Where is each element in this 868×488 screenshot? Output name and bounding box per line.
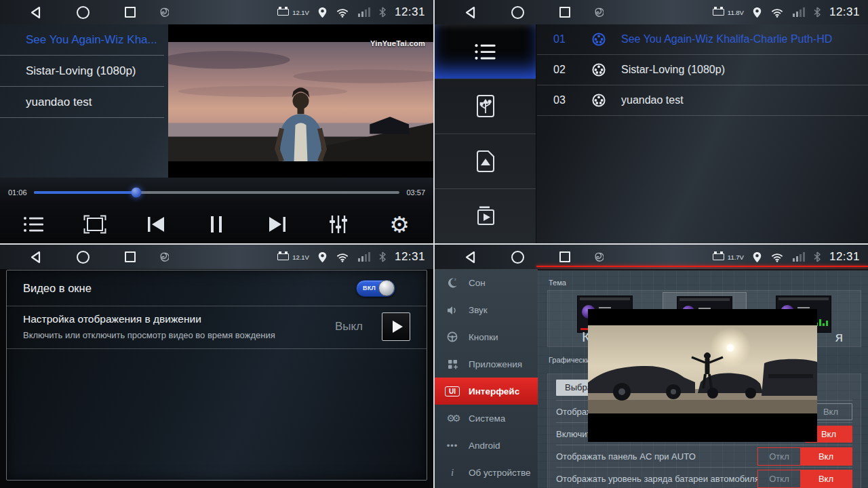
battery-voltage: 12.1V <box>292 9 309 16</box>
sidebar-item-sound[interactable]: Звук <box>435 296 538 323</box>
next-button[interactable] <box>264 211 291 238</box>
setting-row-video-in-window[interactable]: Видео в окне ВКЛ <box>7 270 427 306</box>
total-time: 03:57 <box>406 188 425 197</box>
track-row[interactable]: 02 Sistar-Loving (1080p) <box>537 55 868 85</box>
video-frame <box>588 325 817 413</box>
video-in-window-toggle[interactable]: ВКЛ <box>356 280 395 297</box>
wifi-icon <box>336 252 349 262</box>
battery-icon <box>713 9 724 16</box>
track-list: 01 See You Again-Wiz Khalifa-Charlie Put… <box>537 24 868 116</box>
track-number: 02 <box>553 64 576 76</box>
tab-usb[interactable] <box>435 79 536 134</box>
elapsed-time: 01:06 <box>8 188 27 197</box>
playlist-icon <box>474 43 497 61</box>
tab-video-library[interactable] <box>435 189 536 243</box>
sidebar-item-apps[interactable]: Приложения <box>435 350 538 378</box>
settings-panel: Видео в окне ВКЛ Настройка отображения в… <box>6 270 427 481</box>
status-bar: 12.1V 12:31 <box>0 245 433 269</box>
floating-video-window[interactable] <box>588 309 817 442</box>
video-frame <box>168 42 433 161</box>
option-row-car-battery[interactable]: Отображать уровень заряда батареи автомо… <box>556 467 852 488</box>
track-row[interactable]: 01 See You Again-Wiz Khalifa-Charlie Put… <box>537 24 868 55</box>
sidebar-item-interface[interactable]: UI Интерфейс <box>435 378 538 405</box>
screen-mirror-icon <box>159 7 169 18</box>
sidebar-label: Сон <box>469 278 486 288</box>
home-button[interactable] <box>77 6 90 19</box>
back-button[interactable] <box>30 251 41 264</box>
sidebar-label: Приложения <box>469 359 522 369</box>
speaker-icon <box>445 304 460 314</box>
sidebar-item-about[interactable]: i Об устройстве <box>435 459 538 486</box>
battery-voltage: 11.7V <box>728 253 744 261</box>
battery-icon <box>277 9 289 16</box>
home-button[interactable] <box>511 251 524 264</box>
accent-divider <box>536 266 868 267</box>
on-button[interactable]: Вкл <box>800 448 852 465</box>
recents-button[interactable] <box>559 251 570 262</box>
quad-media-list: 11.8V 12:31 <box>435 0 868 243</box>
video-surface[interactable]: YinYueTai.com <box>168 24 433 178</box>
off-button[interactable]: Откл <box>758 448 800 465</box>
tab-playlist[interactable] <box>435 24 536 79</box>
sidebar-label: Интерфейс <box>469 386 519 396</box>
option-row-ac-panel[interactable]: Отображать панель AC при AUTO Откл Вкл <box>556 445 852 467</box>
previous-button[interactable] <box>142 211 170 238</box>
playlist-item[interactable]: yuandao test <box>0 87 164 118</box>
expand-play-button[interactable] <box>382 312 410 341</box>
dots-icon: ••• <box>445 441 460 451</box>
home-button[interactable] <box>511 6 524 19</box>
playlist-item[interactable]: Sistar-Loving (1080p) <box>0 56 164 87</box>
screen-mirror-icon <box>593 252 604 262</box>
back-button[interactable] <box>465 251 476 264</box>
recents-button[interactable] <box>559 7 570 18</box>
sidebar-label: Система <box>469 413 505 424</box>
off-button[interactable]: Откл <box>758 470 800 487</box>
sidebar-item-android[interactable]: ••• Android <box>435 432 538 459</box>
screen-mirror-icon <box>159 252 169 262</box>
settings-button[interactable]: ⚙ <box>386 211 413 238</box>
back-button[interactable] <box>465 6 476 19</box>
clock: 12:31 <box>829 250 860 264</box>
setting-row-motion-display[interactable]: Настройка отображения в движении Включит… <box>7 306 427 349</box>
equalizer-button[interactable] <box>325 211 352 238</box>
battery-voltage: 12.1V <box>292 253 309 261</box>
apps-icon <box>445 359 460 369</box>
usb-icon <box>473 94 498 119</box>
on-button[interactable]: Вкл <box>800 470 852 487</box>
clock: 12:31 <box>395 250 425 264</box>
playlist: See You Again-Wiz Kha... Sistar-Loving (… <box>0 24 168 118</box>
recents-button[interactable] <box>125 251 136 262</box>
bluetooth-icon <box>379 7 386 18</box>
on-off-toggle: Откл Вкл <box>757 470 852 488</box>
seek-bar[interactable] <box>34 191 400 194</box>
status-bar: 11.8V 12:31 <box>435 0 868 24</box>
clock: 12:31 <box>829 5 860 19</box>
recents-button[interactable] <box>125 7 136 18</box>
aspect-ratio-button[interactable] <box>81 211 108 238</box>
signal-icon <box>358 7 370 17</box>
gear-icon: ⚙ <box>389 214 410 236</box>
playlist-button[interactable] <box>20 211 47 238</box>
track-row[interactable]: 03 yuandao test <box>537 85 868 116</box>
sidebar-item-sleep[interactable]: z Сон <box>435 269 538 296</box>
sidebar-label: Кнопки <box>469 332 498 342</box>
setting-label: Видео в окне <box>23 282 92 295</box>
letterbox-top <box>588 309 817 325</box>
skip-next-icon <box>267 215 288 234</box>
steering-wheel-icon <box>445 331 460 342</box>
track-title: yuandao test <box>621 94 684 106</box>
track-number: 03 <box>553 94 576 106</box>
quad-ui-settings: 11.7V 12:31 z Сон Звук <box>435 245 868 488</box>
home-button[interactable] <box>77 251 90 264</box>
play-icon <box>393 321 403 333</box>
tab-sdcard[interactable] <box>435 134 536 189</box>
quad-screenshot-grid: 12.1V 12:31 See You Again-Wiz Kha... Sis… <box>0 0 868 488</box>
sidebar-item-system[interactable]: ⚙⚙ Система <box>435 405 538 432</box>
status-bar: 12.1V 12:31 <box>0 0 433 24</box>
playlist-item[interactable]: See You Again-Wiz Kha... <box>0 24 164 56</box>
sidebar-item-buttons[interactable]: Кнопки <box>435 323 538 350</box>
pause-button[interactable] <box>203 211 230 238</box>
skip-previous-icon <box>146 215 166 234</box>
back-button[interactable] <box>30 6 41 19</box>
seek-thumb[interactable] <box>131 188 141 198</box>
